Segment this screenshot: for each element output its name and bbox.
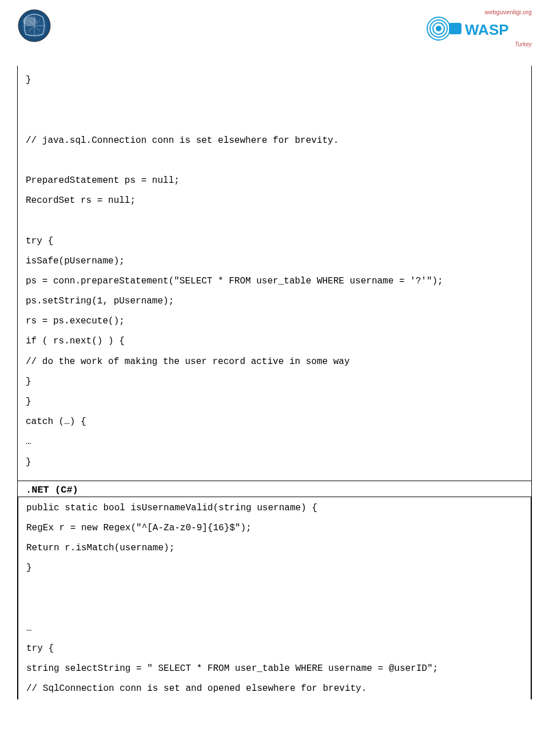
code-line: …	[26, 619, 523, 639]
svg-rect-7	[449, 23, 462, 34]
code-line: rs = ps.execute();	[26, 311, 523, 331]
code-line: }	[26, 453, 523, 473]
code-line: RecordSet rs = null;	[26, 191, 523, 211]
code-line	[26, 599, 523, 619]
code-line: isSafe(pUsername);	[26, 251, 523, 271]
owasp-logo: WASP	[426, 17, 532, 41]
code-line: }	[26, 558, 523, 578]
svg-text:WASP: WASP	[465, 21, 509, 38]
code-container: } // java.sql.Connection conn is set els…	[17, 66, 532, 497]
page-header: webguvenligi.org WASP Turkey	[17, 9, 532, 49]
code-line	[26, 151, 523, 171]
code-line	[26, 211, 523, 231]
code-line: Return r.isMatch(username);	[26, 538, 523, 558]
code-line: ps = conn.prepareStatement("SELECT * FRO…	[26, 271, 523, 291]
code-line: try {	[26, 231, 523, 251]
code-line	[26, 110, 523, 130]
code-line: ps.setString(1, pUsername);	[26, 291, 523, 311]
turkey-label: Turkey	[515, 41, 532, 47]
code-line: catch (…) {	[26, 412, 523, 432]
code-line: // SqlConnection conn is set and opened …	[26, 679, 523, 699]
code-line: string selectString = " SELECT * FROM us…	[26, 659, 523, 679]
code-line: }	[26, 372, 523, 392]
svg-point-6	[436, 26, 441, 31]
code-line: if ( rs.next() ) {	[26, 331, 523, 351]
code-line: }	[26, 392, 523, 412]
code-line	[26, 579, 523, 599]
code-line: …	[26, 432, 523, 452]
code-line: try {	[26, 639, 523, 659]
code-line	[26, 90, 523, 110]
webguv-label: webguvenligi.org	[484, 9, 532, 15]
left-logo	[17, 9, 51, 43]
code-line: // do the work of making the user record…	[26, 352, 523, 372]
code-line: public static bool isUsernameValid(strin…	[26, 498, 523, 518]
java-code-block: } // java.sql.Connection conn is set els…	[18, 66, 531, 481]
right-logo: webguvenligi.org WASP Turkey	[426, 9, 532, 47]
code-line: }	[26, 70, 523, 90]
code-line: PreparedStatement ps = null;	[26, 171, 523, 191]
code-line: RegEx r = new Regex("^[A-Za-z0-9]{16}$")…	[26, 518, 523, 538]
net-code-container: public static bool isUsernameValid(strin…	[17, 497, 532, 699]
svg-point-2	[23, 17, 37, 26]
net-heading: .NET (C#)	[18, 481, 531, 497]
net-code-block: public static bool isUsernameValid(strin…	[18, 497, 531, 699]
code-line: // java.sql.Connection conn is set elsew…	[26, 131, 523, 151]
